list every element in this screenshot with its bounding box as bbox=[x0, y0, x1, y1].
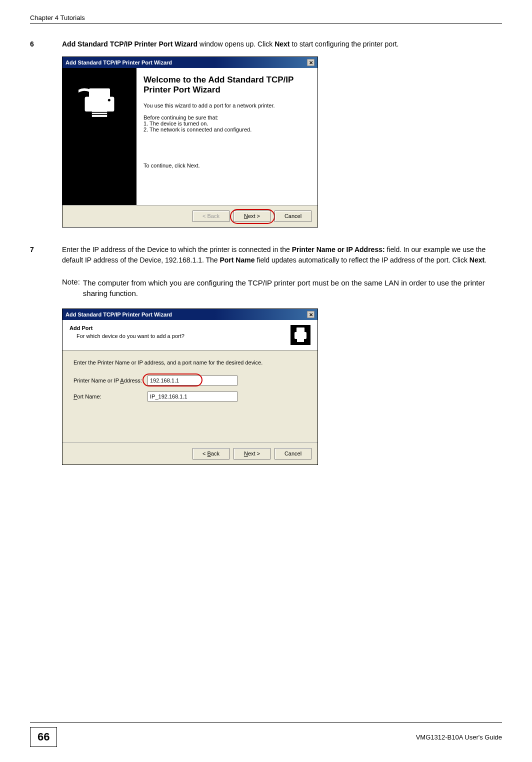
note-label: Note: bbox=[62, 278, 83, 298]
dialog-footer: < Back Next > Cancel bbox=[62, 205, 318, 227]
ip-address-label: Printer Name or IP Address: bbox=[74, 378, 148, 384]
printer-icon bbox=[290, 325, 310, 345]
svg-rect-1 bbox=[89, 88, 110, 99]
dialog-title: Add Standard TCP/IP Printer Port Wizard bbox=[66, 60, 172, 66]
text: < bbox=[202, 450, 207, 456]
dialog-text: Enter the Printer Name or IP address, an… bbox=[74, 360, 306, 366]
close-icon[interactable]: ✕ bbox=[307, 59, 314, 66]
list-item: 1. The device is turned on. bbox=[144, 120, 310, 126]
list-item: 2. The network is connected and configur… bbox=[144, 126, 310, 132]
text: field updates automatically to reflect t… bbox=[255, 256, 470, 264]
page-number: 66 bbox=[30, 727, 57, 747]
dialog-text: You use this wizard to add a port for a … bbox=[144, 102, 310, 108]
button-text: ext > bbox=[248, 213, 260, 219]
note-text: The computer from which you are configur… bbox=[83, 278, 502, 298]
text: ddress: bbox=[124, 378, 142, 384]
dialog-text: Before continuing be sure that: bbox=[144, 114, 310, 120]
wizard-dialog-2: Add Standard TCP/IP Printer Port Wizard … bbox=[62, 308, 318, 465]
page-footer: 66 VMG1312-B10A User's Guide bbox=[30, 727, 502, 747]
step-6: 6 Add Standard TCP/IP Printer Port Wizar… bbox=[30, 39, 502, 50]
text: window opens up. Click bbox=[198, 40, 274, 48]
text: to start configuring the printer port. bbox=[290, 40, 399, 48]
step-text: Add Standard TCP/IP Printer Port Wizard … bbox=[62, 39, 398, 50]
running-header: Chapter 4 Tutorials bbox=[30, 14, 502, 22]
note: Note: The computer from which you are co… bbox=[62, 278, 502, 298]
close-icon[interactable]: ✕ bbox=[307, 311, 314, 318]
text: ack bbox=[211, 450, 220, 456]
dialog-header-panel: Add Port For which device do you want to… bbox=[62, 320, 318, 350]
bold-field-name: Printer Name or IP Address: bbox=[292, 246, 385, 254]
text: Enter the IP address of the Device to wh… bbox=[62, 246, 292, 254]
wizard-dialog-1: Add Standard TCP/IP Printer Port Wizard … bbox=[62, 56, 318, 228]
text: . bbox=[484, 256, 486, 264]
text: Printer Name or IP bbox=[74, 378, 120, 384]
guide-title: VMG1312-B10A User's Guide bbox=[416, 734, 502, 741]
dialog-heading: Welcome to the Add Standard TCP/IP Print… bbox=[144, 75, 310, 96]
cancel-button[interactable]: Cancel bbox=[274, 210, 312, 222]
svg-rect-7 bbox=[294, 332, 306, 339]
underline-letter: N bbox=[244, 213, 248, 219]
bold-next: Next bbox=[470, 256, 484, 264]
step-text: Enter the IP address of the Device to wh… bbox=[62, 244, 502, 266]
back-button[interactable]: < Back bbox=[192, 448, 230, 460]
dialog-text: To continue, click Next. bbox=[144, 162, 310, 168]
footer-rule bbox=[30, 722, 502, 723]
form-row-ip: Printer Name or IP Address: bbox=[74, 376, 306, 386]
ip-address-input[interactable] bbox=[148, 376, 238, 386]
underline-letter: N bbox=[244, 450, 248, 456]
port-name-label: Port Name: bbox=[74, 394, 148, 400]
svg-rect-3 bbox=[92, 112, 107, 113]
cancel-button[interactable]: Cancel bbox=[274, 448, 312, 460]
step-number: 7 bbox=[30, 244, 62, 266]
panel-title: Add Port bbox=[70, 325, 184, 331]
text: ort Name: bbox=[77, 394, 101, 400]
bold-next: Next bbox=[274, 40, 290, 48]
bold-wizard-name: Add Standard TCP/IP Printer Port Wizard bbox=[62, 40, 198, 48]
bold-port-name: Port Name bbox=[220, 256, 254, 264]
svg-rect-4 bbox=[92, 114, 107, 115]
svg-rect-0 bbox=[85, 97, 114, 112]
step-7: 7 Enter the IP address of the Device to … bbox=[30, 244, 502, 266]
header-rule bbox=[30, 24, 502, 24]
dialog-sidebar bbox=[62, 68, 136, 205]
svg-rect-9 bbox=[297, 338, 304, 342]
step-number: 6 bbox=[30, 39, 62, 50]
dialog-titlebar: Add Standard TCP/IP Printer Port Wizard … bbox=[62, 57, 318, 68]
back-button: < Back bbox=[192, 210, 230, 222]
dialog-body: Enter the Printer Name or IP address, an… bbox=[62, 350, 318, 442]
port-name-input[interactable] bbox=[148, 392, 238, 402]
next-button[interactable]: Next > bbox=[234, 210, 270, 222]
printer-icon bbox=[78, 80, 120, 122]
dialog-title: Add Standard TCP/IP Printer Port Wizard bbox=[66, 312, 172, 318]
dialog-titlebar: Add Standard TCP/IP Printer Port Wizard … bbox=[62, 309, 318, 320]
panel-subtitle: For which device do you want to add a po… bbox=[76, 333, 184, 339]
svg-rect-8 bbox=[296, 328, 304, 332]
dialog-footer: < Back Next > Cancel bbox=[62, 442, 318, 464]
svg-point-5 bbox=[108, 99, 110, 102]
underline-letter: A bbox=[120, 378, 124, 384]
svg-rect-2 bbox=[92, 110, 107, 116]
dialog-content: Welcome to the Add Standard TCP/IP Print… bbox=[136, 68, 318, 205]
form-row-port: Port Name: bbox=[74, 392, 306, 402]
next-button[interactable]: Next > bbox=[234, 448, 270, 460]
underline-letter: B bbox=[208, 450, 211, 456]
text: ext > bbox=[248, 450, 260, 456]
